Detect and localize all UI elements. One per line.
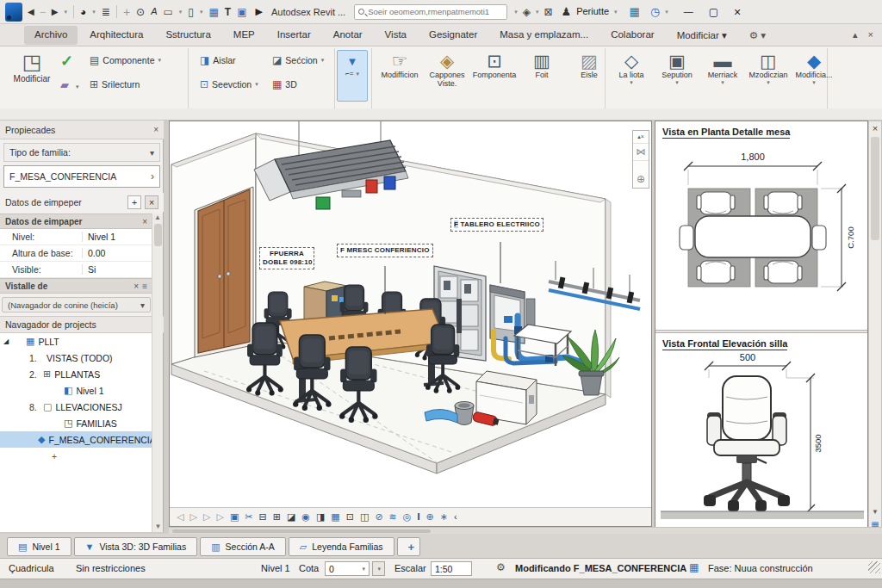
tree-item-familias[interactable]: ◳ FAMILIAS	[0, 415, 152, 431]
view-tab-vista-3d-familias[interactable]: ▼ Vista 3D: 3D Familias	[74, 537, 198, 556]
horizontal-scrollbar[interactable]	[169, 527, 882, 534]
family-load-caret-icon[interactable]: ▾	[536, 9, 539, 15]
navbar-close-icon[interactable]: ×	[641, 133, 644, 139]
ribbon-btn-merriack[interactable]: ▬ Merriack	[701, 52, 744, 86]
schedule-icon[interactable]: ▦	[208, 7, 218, 17]
aislar-button[interactable]: ◨ Aislar	[200, 55, 236, 65]
family-selector[interactable]: F_MESA_CONFERENCIA ›	[3, 165, 160, 188]
modify-button[interactable]: ◳ Modificiar	[7, 52, 57, 84]
vc-next2-icon[interactable]: ▷	[203, 512, 210, 522]
datos-tab[interactable]: Datos de eimpeper + ×	[0, 193, 164, 212]
cota-expand-button[interactable]: ▾	[372, 561, 385, 576]
vistalle-close-icon[interactable]: ×	[134, 282, 139, 291]
vc-detail-icon[interactable]: ⊞	[273, 512, 281, 522]
ribbon-btn-modificia[interactable]: ◆ Modificia...	[792, 52, 835, 86]
seccion-button[interactable]: ◪ Sećcion ▾	[272, 55, 324, 65]
vc-visual-style-icon[interactable]: ◪	[287, 512, 295, 522]
tab-sstructura[interactable]: Sstructura	[155, 26, 220, 45]
history-icon[interactable]: ◷	[650, 6, 660, 17]
vc-constraint-icon[interactable]: ∗	[440, 512, 448, 522]
scroll-down-icon[interactable]: ▼	[152, 523, 164, 530]
green-duct-connector[interactable]	[316, 197, 330, 209]
srilecturn-button[interactable]: ⊞ Srilecturn	[90, 79, 140, 90]
datos-section-close-icon[interactable]: ×	[142, 217, 147, 226]
table-plan[interactable]	[695, 216, 811, 257]
vistalle-section-header[interactable]: Vistalle de × ≡	[0, 278, 152, 294]
eraser-icon[interactable]: ▰	[60, 79, 69, 90]
user-caret-icon[interactable]: ▾	[614, 9, 618, 15]
spline-icon[interactable]: A	[151, 7, 157, 16]
align-icon[interactable]: ≣	[102, 7, 110, 17]
ribbon-btn-fomponenta[interactable]: ⊡ Fomponenta	[472, 52, 517, 89]
annotation-tag-door[interactable]: FPUERRA DOBLE 098:10	[259, 247, 314, 269]
ribbon-collapse-icon[interactable]: ▴	[853, 30, 858, 40]
annotation-tag-panel[interactable]: F TABLERO ELECTRIICO	[450, 218, 543, 232]
view-tab-leyenda-familias[interactable]: ▱ Leyenda Familias	[289, 537, 394, 556]
view-tab-nivel-1[interactable]: ▤ Nivel 1	[7, 537, 71, 556]
user-icon[interactable]: ♟	[562, 6, 572, 17]
add-icon[interactable]: +	[123, 6, 130, 18]
right-panel-scrollbar[interactable]: × ▼ ▦	[868, 121, 882, 532]
tree-item-vistas-todo[interactable]: 1. VISTAS (TODO)	[0, 350, 152, 366]
redo-icon[interactable]: ▶	[52, 8, 59, 16]
resize-grip[interactable]	[868, 561, 880, 573]
double-door[interactable]	[195, 187, 253, 357]
blue-duct-connector[interactable]	[384, 176, 395, 189]
vc-worksharing-icon[interactable]: I	[417, 512, 419, 522]
3d-viewport[interactable]: FPUERRA DOBLE 098:10 F MRESC CONFERIENCI…	[169, 121, 652, 527]
section-box-icon[interactable]: ▯	[188, 7, 194, 17]
ribbon-btn-mzodiczian[interactable]: ◫ Mzodiczian	[747, 52, 790, 86]
property-row[interactable]: Altura de base: 0.00	[0, 245, 152, 262]
close-icon[interactable]: ×	[734, 6, 741, 18]
tree-item-pllt[interactable]: ◢ ▦ PLLT	[0, 333, 152, 350]
view-tab-add[interactable]: +	[397, 537, 421, 556]
properties-scrollbar[interactable]: ▲ ▼	[152, 214, 163, 532]
vc-more-icon[interactable]: ‹	[454, 512, 457, 522]
more-tools-icon[interactable]: ▶	[255, 7, 262, 16]
app-logo-icon[interactable]	[5, 3, 22, 22]
tab-colaborar[interactable]: Colaborar	[600, 26, 665, 45]
search-caret-icon[interactable]: ▾	[514, 9, 518, 15]
tree-item-f-mesa-conferencia[interactable]: ◆ F_MESA_CONFERENCIA	[0, 431, 152, 448]
vc-temp-hide-icon[interactable]: ≋	[389, 512, 397, 522]
scrollbar-thumb[interactable]	[871, 137, 879, 240]
view-tab-seccion-a-a[interactable]: ▥ Sección A-A	[200, 537, 286, 556]
new-sheet-icon[interactable]: ▭	[163, 7, 172, 17]
vc-next-icon[interactable]: ▷	[189, 512, 196, 522]
3d-button[interactable]: ▦ 3D	[272, 79, 297, 90]
minimize-icon[interactable]: —	[684, 7, 693, 16]
vc-shadow-icon[interactable]: ◨	[316, 512, 325, 522]
tab-anotar[interactable]: Anotar	[323, 26, 373, 45]
tab-gesignater[interactable]: Gesignater	[419, 26, 488, 45]
project-browser-header[interactable]: Navagador de projects ▾	[0, 316, 164, 333]
cota-dropdown[interactable]: 0 ▾	[325, 561, 370, 576]
vc-crop-view-icon[interactable]: ⊡	[346, 512, 354, 522]
plan-view-drawing[interactable]: 1,800 C.700	[661, 144, 864, 326]
search-input[interactable]	[368, 7, 503, 16]
elevation-view-drawing[interactable]: 500 3500	[661, 352, 864, 528]
tab-arqhitectura[interactable]: Arqhitectura	[79, 26, 153, 45]
componente-button[interactable]: ▤ Componente ▾	[90, 55, 161, 65]
ribbon-btn-sepution[interactable]: ▣ Sepution	[655, 52, 699, 86]
ribbon-btn-la-liota[interactable]: ◇ La liota	[610, 52, 653, 86]
tab-vista[interactable]: Vista	[375, 26, 417, 45]
vc-reveal-icon[interactable]: ◎	[403, 512, 412, 522]
vc-hide-crop-icon[interactable]: ◫	[360, 512, 369, 522]
sheet-caret-icon[interactable]: ▾	[179, 9, 183, 15]
box-caret-icon[interactable]: ▾	[200, 9, 203, 15]
chair-elevation[interactable]	[704, 376, 790, 511]
panel-close-icon[interactable]: ×	[869, 123, 881, 133]
collapsed-navigator-bar[interactable]: (Navagador de conine (heicía) ▾	[2, 297, 151, 313]
vc-analytic-icon[interactable]: ⊕	[426, 512, 434, 522]
vc-sun-icon[interactable]: ◉	[301, 512, 310, 522]
tree-item-llevaciones[interactable]: 8. ▢ LLEVACIONESJ	[0, 399, 152, 415]
scale-dropdown[interactable]: 1:50	[431, 561, 472, 576]
properties-close-icon[interactable]: ×	[153, 125, 158, 134]
vc-crop-icon[interactable]: ▣	[230, 512, 239, 522]
tab-mep[interactable]: MEP	[223, 26, 265, 45]
tree-item-pllantas[interactable]: 2. ⊞ PLLANTAS	[0, 366, 152, 382]
red-duct-connector[interactable]	[366, 180, 377, 193]
back-icon[interactable]: ◀	[28, 8, 34, 16]
unlink-icon[interactable]: ⊠	[543, 7, 552, 17]
undo-icon[interactable]: –	[40, 7, 46, 16]
